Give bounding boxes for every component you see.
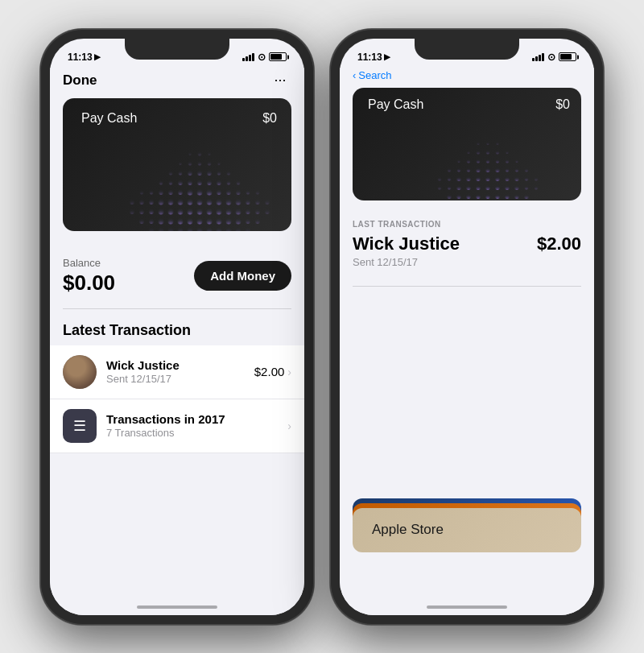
- screen-right: ‹ Search Pay Cash $0: [340, 68, 594, 615]
- card-apple-store[interactable]: Apple Store: [353, 508, 581, 552]
- svg-point-141: [467, 151, 470, 154]
- svg-point-88: [198, 151, 202, 155]
- svg-point-127: [457, 167, 461, 172]
- svg-point-55: [188, 189, 193, 195]
- svg-point-83: [198, 161, 202, 165]
- nav-back-right[interactable]: ‹ Search: [353, 69, 392, 81]
- svg-point-12: [188, 218, 193, 224]
- transaction-info-wick: Wick Justice Sent 12/15/17: [106, 358, 254, 385]
- svg-point-71: [217, 180, 221, 185]
- svg-point-64: [246, 190, 250, 194]
- svg-point-32: [236, 209, 242, 214]
- svg-point-99: [524, 194, 529, 199]
- svg-point-33: [149, 209, 154, 214]
- svg-point-45: [226, 199, 232, 205]
- svg-point-61: [159, 190, 163, 195]
- svg-point-124: [495, 167, 500, 172]
- svg-point-87: [217, 162, 221, 165]
- wick-avatar: [63, 355, 97, 389]
- svg-point-22: [139, 219, 144, 224]
- svg-point-46: [159, 199, 164, 205]
- svg-point-48: [149, 200, 154, 205]
- chevron-icon-wick: ›: [287, 366, 291, 378]
- transaction-name-wick: Wick Justice: [106, 358, 254, 372]
- location-arrow-right: ▶: [384, 52, 390, 61]
- latest-transaction-header: Latest Transaction: [50, 309, 304, 345]
- svg-point-15: [217, 218, 222, 224]
- svg-point-66: [256, 190, 260, 194]
- svg-point-81: [169, 171, 173, 175]
- svg-point-108: [525, 185, 529, 189]
- svg-point-132: [477, 159, 481, 163]
- svg-point-136: [457, 159, 460, 163]
- more-menu-btn[interactable]: ···: [269, 69, 291, 92]
- svg-point-50: [139, 200, 144, 205]
- svg-point-74: [159, 180, 163, 184]
- svg-point-91: [485, 194, 490, 199]
- svg-point-3: [178, 228, 184, 231]
- svg-point-29: [168, 209, 174, 214]
- dot-pattern-left: [87, 126, 291, 231]
- svg-point-59: [168, 190, 173, 195]
- svg-point-6: [226, 228, 232, 231]
- svg-point-130: [525, 167, 529, 172]
- transaction-amount-wick: $2.00: [254, 365, 285, 378]
- svg-point-116: [456, 176, 461, 181]
- svg-point-95: [505, 194, 510, 199]
- svg-point-144: [477, 142, 480, 145]
- svg-point-4: [217, 228, 222, 231]
- transaction-right-2017: ›: [287, 419, 291, 432]
- svg-point-44: [168, 199, 174, 205]
- svg-point-77: [188, 171, 192, 176]
- signal-bars-left: [242, 53, 254, 61]
- last-transaction-row: Wick Justice Sent 12/15/17 $2.00: [353, 234, 581, 268]
- svg-point-25: [188, 209, 193, 214]
- svg-point-119: [525, 176, 529, 180]
- svg-point-39: [197, 199, 203, 205]
- svg-point-18: [159, 218, 164, 224]
- svg-point-89: [188, 152, 192, 155]
- svg-point-23: [255, 219, 260, 224]
- svg-point-123: [476, 167, 481, 172]
- svg-point-67: [197, 180, 202, 185]
- svg-point-80: [217, 171, 221, 175]
- svg-point-38: [265, 209, 270, 214]
- transaction-sub-2017: 7 Transactions: [106, 427, 287, 439]
- transaction-item-2017[interactable]: ☰ Transactions in 2017 7 Transactions ›: [50, 399, 304, 453]
- apple-pay-logo-right: Pay Cash: [364, 97, 423, 112]
- home-indicator-right: [427, 605, 507, 609]
- svg-point-135: [506, 159, 510, 163]
- stacked-cards: Apple Store: [340, 498, 594, 579]
- svg-point-14: [178, 218, 184, 224]
- svg-point-2: [207, 228, 213, 231]
- svg-point-42: [178, 199, 184, 205]
- svg-point-138: [486, 150, 490, 154]
- svg-point-5: [168, 228, 174, 231]
- svg-point-68: [188, 180, 192, 185]
- iphone-right: 11:13 ▶ ⊙ ‹: [330, 29, 604, 625]
- apple-store-label: Apple Store: [372, 522, 444, 538]
- svg-point-8: [236, 228, 242, 231]
- svg-point-56: [207, 189, 213, 195]
- svg-point-134: [467, 159, 471, 163]
- svg-point-53: [265, 200, 270, 205]
- wifi-icon-right: ⊙: [547, 52, 555, 63]
- svg-point-16: [168, 218, 174, 224]
- notch-right: [415, 39, 519, 60]
- home-indicator-left: [137, 605, 217, 609]
- pay-cash-card-right: Pay Cash $0: [353, 88, 581, 200]
- svg-point-1: [188, 228, 193, 231]
- svg-point-43: [217, 199, 222, 205]
- transaction-icon-2017: ☰: [63, 409, 97, 443]
- transaction-item-wick[interactable]: Wick Justice Sent 12/15/17 $2.00 ›: [50, 345, 304, 399]
- time-display-right: 11:13: [357, 52, 382, 63]
- svg-point-36: [255, 209, 260, 214]
- svg-point-62: [236, 190, 241, 195]
- svg-point-52: [130, 200, 134, 205]
- nav-done-label[interactable]: Done: [63, 72, 269, 89]
- svg-point-28: [217, 209, 222, 214]
- notch-left: [125, 39, 229, 60]
- add-money-button[interactable]: Add Money: [194, 261, 291, 291]
- svg-point-73: [227, 180, 231, 184]
- back-icon-right: ‹: [353, 69, 356, 81]
